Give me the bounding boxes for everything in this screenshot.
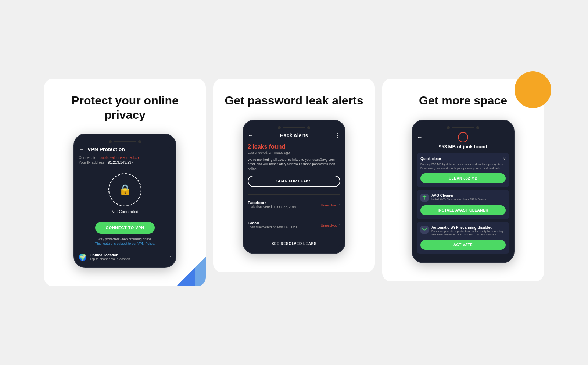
- install-avast-cleaner-button[interactable]: INSTALL AVAST CLEANER: [420, 205, 506, 215]
- avg-cleaner-icon: [420, 194, 429, 202]
- hack-topbar: ← Hack Alerts ⋮: [248, 132, 340, 139]
- yellow-decoration: [514, 71, 551, 108]
- hack-phone-speaker: [283, 127, 305, 128]
- wifi-scan-section: Automatic Wi-Fi scanning disabled Enhanc…: [417, 222, 509, 254]
- space-topbar: ← !: [417, 132, 509, 142]
- quick-clean-title-row: Quick clean ∨: [420, 157, 506, 161]
- back-arrow-icon[interactable]: ←: [79, 146, 85, 153]
- wifi-scan-row: Automatic Wi-Fi scanning disabled Enhanc…: [420, 226, 506, 236]
- gmail-leak-date: Leak discovered on Mar 14, 2020: [248, 225, 297, 229]
- facebook-unresolved-label: Unresolved: [321, 203, 338, 207]
- phone-notch: [79, 140, 171, 143]
- ip-value: 91.213.143.237: [108, 160, 133, 164]
- chevron-right-icon: ›: [170, 255, 171, 260]
- clean-button[interactable]: CLEAN 352 MB: [420, 173, 506, 183]
- ip-label: Your IP address:: [79, 160, 105, 164]
- hack-card-title: Get password leak alerts: [225, 93, 363, 107]
- hack-divider-2: [248, 215, 340, 215]
- not-connected-label: Not Connected: [111, 209, 138, 214]
- scan-for-leaks-button[interactable]: SCAN FOR LEAKS: [248, 176, 340, 187]
- gmail-leak-row[interactable]: Gmail Leak discovered on Mar 14, 2020 Un…: [248, 218, 340, 232]
- phone-camera: [109, 140, 112, 143]
- vpn-policy-text: This feature is subject to our VPN Polic…: [79, 242, 171, 245]
- facebook-leak-date: Leak discovered on Oct 22, 2019: [248, 205, 296, 209]
- see-resolved-leaks-button[interactable]: SEE RESOLVED LEAKS: [248, 238, 340, 247]
- vpn-topbar: ← VPN Protection: [79, 146, 171, 153]
- facebook-leak-name: Facebook: [248, 201, 296, 205]
- space-card-title: Get more space: [419, 93, 507, 107]
- avg-cleaner-section: AVG Cleaner Install AVG Cleanup to clean…: [417, 190, 509, 219]
- hack-back-arrow-icon[interactable]: ←: [248, 132, 254, 139]
- space-phone-notch: [417, 126, 509, 129]
- vpn-card: Protect your online privacy ← VPN Protec…: [44, 79, 206, 286]
- cards-container: Protect your online privacy ← VPN Protec…: [0, 64, 588, 301]
- hack-phone-camera-right: [307, 126, 310, 129]
- facebook-chevron-icon: ›: [339, 203, 340, 207]
- facebook-unresolved: Unresolved ›: [321, 201, 340, 208]
- location-title: Optimal location: [90, 253, 130, 257]
- lock-icon: 🔒: [119, 184, 132, 196]
- location-subtitle: Tap to change your location: [90, 257, 130, 261]
- hack-screen: ← Hack Alerts ⋮ 2 leaks found Last check…: [248, 132, 340, 248]
- hack-alerts-card: Get password leak alerts ← Hack Alerts ⋮…: [213, 79, 375, 272]
- avg-cleaner-desc: Install AVG Cleanup to clean 632 MB more: [431, 198, 487, 201]
- hack-screen-title: Hack Alerts: [280, 132, 308, 138]
- avg-cleaner-title: AVG Cleaner: [431, 194, 487, 198]
- vpn-connect-row: Connect to: public.wifi.unsecured.com: [79, 156, 171, 160]
- globe-icon: 🌍: [79, 253, 87, 261]
- avg-cleaner-row: AVG Cleaner Install AVG Cleanup to clean…: [420, 194, 506, 202]
- wifi-scan-title: Automatic Wi-Fi scanning disabled: [431, 226, 506, 230]
- facebook-leak-info: Facebook Leak discovered on Oct 22, 2019: [248, 201, 296, 209]
- policy-prefix: This feature is subject to our: [95, 242, 137, 245]
- connect-to-label: Connect to:: [79, 156, 97, 160]
- hack-divider-3: [248, 235, 340, 235]
- vpn-divider: [79, 249, 171, 249]
- quick-clean-title: Quick clean: [420, 157, 441, 161]
- facebook-leak-row[interactable]: Facebook Leak discovered on Oct 22, 2019…: [248, 198, 340, 212]
- gmail-leak-info: Gmail Leak discovered on Mar 14, 2020: [248, 221, 297, 229]
- activate-button[interactable]: ACTIVATE: [420, 240, 506, 250]
- vpn-card-title: Protect your online privacy: [55, 93, 195, 122]
- junk-found-title: 953 MB of junk found: [417, 144, 509, 149]
- phone-camera-right: [138, 140, 141, 143]
- vpn-screen-title: VPN Protection: [87, 146, 125, 152]
- wifi-scan-desc: Enhance your data protection and securit…: [431, 230, 506, 236]
- vpn-policy-link[interactable]: VPN Policy.: [137, 242, 155, 245]
- more-space-card: Get more space ← ! 953 MB of junk found …: [382, 79, 544, 281]
- connect-to-value: public.wifi.unsecured.com: [100, 156, 142, 160]
- quick-clean-section: Quick clean ∨ Free up 352 MB by deleting…: [417, 153, 509, 187]
- vpn-screen: ← VPN Protection Connect to: public.wifi…: [79, 146, 171, 261]
- last-checked-label: Last checked: 2 minutes ago: [248, 151, 340, 155]
- vpn-circle: 🔒: [108, 173, 141, 206]
- gmail-unresolved-label: Unresolved: [321, 224, 338, 227]
- leaks-found-label: 2 leaks found: [248, 143, 340, 150]
- wifi-icon: [420, 226, 429, 234]
- alert-icon: !: [458, 132, 468, 142]
- vpn-lock-area: 🔒 Not Connected: [79, 166, 171, 218]
- hack-divider-1: [248, 194, 340, 195]
- stay-protected-text: Stay protected when browsing online.: [79, 237, 171, 241]
- vpn-connect-info: Connect to: public.wifi.unsecured.com Yo…: [79, 156, 171, 164]
- hack-description: We're monitoring all accounts linked to …: [248, 157, 340, 171]
- quick-clean-desc: Free up 352 MB by deleting some unneded …: [420, 162, 506, 170]
- space-back-arrow-icon[interactable]: ←: [417, 134, 423, 141]
- connect-vpn-button[interactable]: CONNECT TO VPN: [95, 222, 154, 234]
- wifi-scan-info: Automatic Wi-Fi scanning disabled Enhanc…: [431, 226, 506, 236]
- space-phone-camera: [447, 126, 450, 129]
- gmail-chevron-icon: ›: [339, 223, 340, 227]
- more-options-icon[interactable]: ⋮: [334, 132, 340, 139]
- space-screen: ← ! 953 MB of junk found Quick clean ∨ F…: [417, 132, 509, 256]
- expand-icon[interactable]: ∨: [503, 157, 506, 161]
- gmail-leak-name: Gmail: [248, 221, 297, 225]
- vpn-location-row[interactable]: 🌍 Optimal location Tap to change your lo…: [79, 253, 171, 261]
- hack-phone-camera: [278, 126, 281, 129]
- gmail-unresolved: Unresolved ›: [321, 222, 340, 228]
- vpn-phone-mockup: ← VPN Protection Connect to: public.wifi…: [74, 134, 176, 268]
- hack-phone-mockup: ← Hack Alerts ⋮ 2 leaks found Last check…: [243, 120, 345, 254]
- space-phone-speaker: [452, 127, 474, 128]
- vpn-location-text: Optimal location Tap to change your loca…: [90, 253, 130, 261]
- space-phone-mockup: ← ! 953 MB of junk found Quick clean ∨ F…: [412, 120, 514, 263]
- hack-phone-notch: [248, 126, 340, 129]
- vpn-ip-row: Your IP address: 91.213.143.237: [79, 160, 171, 164]
- phone-speaker: [114, 141, 136, 142]
